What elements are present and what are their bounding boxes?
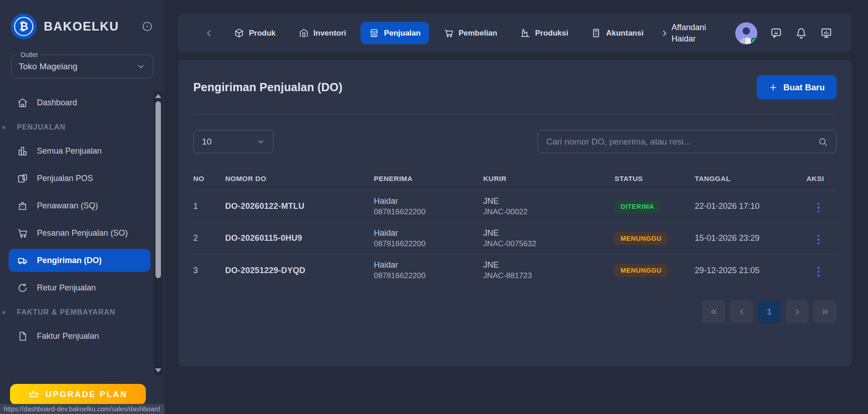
chat-icon[interactable] [770, 27, 782, 39]
chevron-right-icon[interactable] [660, 29, 669, 38]
pagination-first-button[interactable] [702, 300, 725, 323]
cell-status: MENUNGGU [615, 264, 695, 277]
sidebar-item-dashboard[interactable]: Dashboard [9, 91, 150, 114]
penerima-nama: Haidar [374, 260, 483, 270]
sidebar-item-faktur-penjualan[interactable]: Faktur Penjualan [9, 325, 150, 347]
page-size-select[interactable]: 10 [193, 130, 274, 153]
chevron-down-icon [257, 138, 265, 146]
sidebar-menu: Dashboard PENJUALAN Semua Penjualan Penj… [0, 91, 164, 347]
return-icon [17, 282, 28, 294]
tab-inventori[interactable]: Inventori [290, 22, 355, 44]
cell-tanggal: 22-01-2026 17:10 [695, 202, 806, 211]
cell-no: 3 [193, 266, 225, 275]
display-icon[interactable] [820, 27, 832, 39]
col-header-tanggal: TANGGAL [695, 175, 806, 183]
status-url: https://dashboard-dev.bakoelku.com/sales… [0, 404, 165, 414]
sidebar-item-penawaran-sq[interactable]: Penawaran (SQ) [9, 194, 150, 217]
top-navbar: Produk Inventori Penjualan [178, 14, 852, 52]
pagination-next-button[interactable] [785, 300, 809, 323]
calculator-icon [591, 28, 601, 38]
cell-status: DITERIMA [615, 200, 695, 213]
bar-chart-icon [17, 145, 28, 157]
upgrade-plan-button[interactable]: UPGRADE PLAN [10, 384, 146, 405]
home-icon [17, 97, 28, 109]
chevron-down-icon [136, 62, 145, 71]
brand-name: BAKOELKU [44, 20, 119, 34]
tab-penjualan[interactable]: Penjualan [361, 22, 429, 44]
row-actions-menu-icon[interactable] [813, 232, 824, 248]
cell-penerima: Haidar 087816622200 [374, 197, 483, 217]
tab-akuntansi[interactable]: Akuntansi [583, 22, 651, 44]
col-header-nomor-do: NOMOR DO [225, 175, 374, 183]
row-actions-menu-icon[interactable] [813, 200, 824, 216]
kurir-resi: JNAC-00022 [483, 207, 615, 217]
cell-tanggal: 29-12-2025 21:05 [695, 266, 806, 275]
pagination-last-button[interactable] [813, 300, 837, 323]
table-toolbar: 10 [193, 130, 837, 153]
sidebar-item-retur-penjualan[interactable]: Retur Penjualan [9, 276, 150, 299]
section-bullet [2, 311, 5, 314]
kurir-nama: JNE [483, 197, 615, 206]
col-header-no: NO [193, 175, 225, 183]
scroll-up-arrow-icon[interactable] [155, 94, 161, 98]
table-header-row: NO NOMOR DO PENERIMA KURIR STATUS TANGGA… [193, 167, 837, 191]
document-icon [17, 331, 28, 342]
scroll-down-arrow-icon[interactable] [155, 368, 161, 373]
bell-icon[interactable] [795, 27, 807, 39]
status-badge: MENUNGGU [615, 264, 667, 277]
truck-icon [17, 255, 28, 266]
sidebar-item-label: Pengiriman (DO) [37, 256, 102, 265]
sidebar-item-label: Penjualan POS [37, 174, 93, 183]
search-box [537, 130, 837, 153]
chevron-right-icon [793, 307, 802, 316]
search-input[interactable] [546, 137, 818, 147]
cube-icon [234, 28, 244, 38]
pagination: 1 [193, 300, 837, 323]
brand-logo: ₿ [11, 14, 36, 39]
scrollbar-thumb[interactable] [155, 101, 161, 278]
sidebar-scrollbar[interactable] [154, 91, 163, 375]
sidebar-item-label: Pesanan Penjualan (SO) [37, 228, 128, 238]
cell-nomor-do: DO-20260115-0HU9 [225, 233, 374, 243]
card-header: Pengiriman Penjualan (DO) Buat Baru [193, 60, 837, 115]
table-row: 3 DO-20251229-DYQD Haidar 087816622200 J… [193, 254, 837, 286]
outlet-select[interactable]: Outlet Toko Magelang [11, 55, 153, 78]
cart-icon [17, 228, 28, 239]
pos-icon [17, 173, 28, 184]
cell-penerima: Haidar 087816622200 [374, 260, 483, 280]
chevron-left-icon[interactable] [204, 28, 214, 38]
tab-produk[interactable]: Produk [226, 22, 284, 44]
outlet-label: Outlet [18, 51, 40, 58]
tab-produksi[interactable]: Produksi [512, 22, 577, 44]
avatar[interactable] [735, 22, 757, 44]
kurir-resi: JNAC-0075632 [483, 239, 615, 248]
sidebar-item-penjualan-pos[interactable]: Penjualan POS [9, 167, 150, 190]
tab-label: Produk [249, 29, 276, 38]
outlet-value: Toko Magelang [19, 62, 78, 72]
cell-aksi [806, 197, 837, 215]
page-size-value: 10 [202, 137, 212, 147]
sidebar: ₿ BAKOELKU Outlet Toko Magelang Dashboar… [0, 0, 164, 414]
pagination-page-1-button[interactable]: 1 [758, 300, 781, 323]
search-icon[interactable] [818, 137, 828, 147]
sidebar-item-pengiriman-do[interactable]: Pengiriman (DO) [9, 249, 150, 272]
sidebar-item-semua-penjualan[interactable]: Semua Penjualan [9, 140, 150, 162]
chevrons-left-icon [709, 307, 718, 316]
bitcoin-b-icon: ₿ [14, 17, 33, 36]
col-header-status: STATUS [615, 175, 695, 183]
row-actions-menu-icon[interactable] [813, 264, 824, 279]
col-header-penerima: PENERIMA [374, 175, 483, 183]
online-status-dot [751, 38, 757, 44]
sidebar-item-pesanan-penjualan-so[interactable]: Pesanan Penjualan (SO) [9, 222, 150, 244]
cell-kurir: JNE JNAC-881723 [483, 260, 615, 280]
sidebar-item-label: Dashboard [37, 98, 77, 108]
create-new-button[interactable]: Buat Baru [757, 75, 837, 99]
pagination-prev-button[interactable] [730, 300, 753, 323]
penerima-telepon: 087816622200 [374, 271, 483, 280]
sidebar-item-label: Faktur Penjualan [37, 331, 99, 341]
circle-dot-icon[interactable] [141, 21, 153, 32]
penerima-nama: Haidar [374, 228, 483, 238]
kurir-nama: JNE [483, 260, 615, 270]
tab-pembelian[interactable]: Pembelian [435, 22, 506, 44]
sidebar-section-penjualan: PENJUALAN [9, 120, 150, 134]
